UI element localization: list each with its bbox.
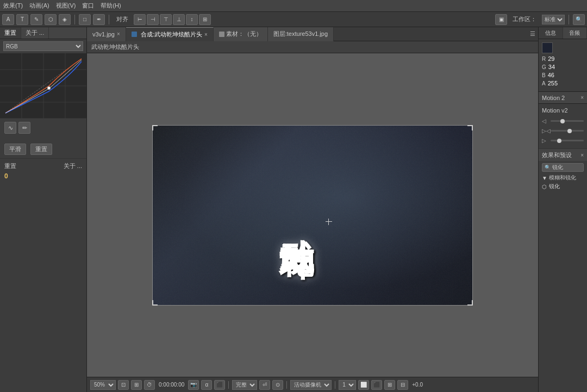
toolbar-sep-2 bbox=[109, 15, 109, 24]
effects-section: 效果和预设 × 🔍 锐化 ▼ 模糊和锐化 ⬡ 锐化 bbox=[539, 148, 587, 194]
channel-select[interactable]: RGB bbox=[3, 41, 83, 51]
toolbar-btn-3[interactable]: ✎ bbox=[30, 14, 42, 25]
tab-about[interactable]: 关于 ... bbox=[21, 27, 49, 39]
g-label: G bbox=[542, 64, 546, 70]
view-btn-4[interactable]: ⊞ bbox=[384, 380, 395, 390]
align-bottom[interactable]: ⊞ bbox=[199, 14, 211, 25]
r-label: R bbox=[542, 56, 546, 62]
menu-item-animation[interactable]: 动画(A) bbox=[29, 2, 49, 10]
view-btn-2[interactable]: ⬜ bbox=[358, 380, 369, 390]
effects-search[interactable]: 🔍 锐化 bbox=[542, 163, 584, 172]
cam-btn[interactable]: 📷 bbox=[188, 380, 199, 390]
pb-sep bbox=[228, 381, 229, 389]
view-btn-3[interactable]: ⬛ bbox=[371, 380, 382, 390]
toolbar-btn-1[interactable]: A bbox=[2, 14, 14, 25]
motion-close-btn[interactable]: × bbox=[580, 95, 584, 101]
corner-tr bbox=[467, 125, 473, 130]
toolbar-btn-pen[interactable]: ✒ bbox=[93, 14, 105, 25]
grid-btn[interactable]: ⊞ bbox=[131, 380, 142, 390]
slider-row-3: ▷ bbox=[542, 138, 584, 144]
quality-select[interactable]: 完整 bbox=[232, 380, 257, 390]
toolbar-sep-3 bbox=[569, 15, 569, 24]
b-label: B bbox=[542, 72, 546, 78]
layer-tab-label: 图层:texture53v1.jpg bbox=[273, 30, 328, 38]
align-label: 对齐 bbox=[113, 15, 132, 23]
left-bottom: 重置 关于 ... 0 bbox=[0, 158, 86, 183]
time-btn[interactable]: ⏱ bbox=[144, 380, 155, 390]
align-middle[interactable]: ↕ bbox=[186, 14, 198, 25]
reset-curve-btn[interactable]: 重置 bbox=[30, 144, 52, 155]
camera-select[interactable]: 活动摄像机 bbox=[290, 380, 332, 390]
preview-canvas: 武动乾坤 bbox=[152, 125, 473, 306]
motion-title: Motion 2 bbox=[542, 95, 565, 101]
toolbar-monitor[interactable]: ▣ bbox=[495, 14, 507, 25]
pb-sep3 bbox=[335, 381, 335, 389]
about-label-2[interactable]: 关于 ... bbox=[64, 162, 82, 170]
tab-file[interactable]: v3v1.jpg × bbox=[87, 27, 126, 41]
slider-thumb-2[interactable] bbox=[567, 129, 572, 133]
slider-track-1[interactable] bbox=[551, 120, 584, 122]
preview-cursor bbox=[326, 219, 332, 225]
align-group: ⊢ ⊣ ⊤ ⊥ ↕ ⊞ bbox=[134, 14, 211, 25]
comp-tab-close[interactable]: × bbox=[204, 32, 208, 38]
corner-tl bbox=[152, 125, 158, 130]
menu-item-view[interactable]: 视图(V) bbox=[56, 2, 76, 10]
align-right[interactable]: ⊤ bbox=[160, 14, 172, 25]
align-top[interactable]: ⊥ bbox=[173, 14, 185, 25]
collapse-icon: ▼ bbox=[542, 175, 547, 181]
curve-bezier-btn[interactable]: ✏ bbox=[18, 122, 30, 134]
curve-auto-btn[interactable]: ∿ bbox=[4, 122, 16, 134]
svg-point-7 bbox=[47, 86, 51, 90]
preview-bottom: 50% ⊡ ⊞ ⏱ 0:00:00:00 📷 α ⬛ 完整 ⏎ ⊙ 活动摄像机 … bbox=[87, 377, 538, 392]
color-btn[interactable]: ⬛ bbox=[214, 380, 225, 390]
slider-thumb-1[interactable] bbox=[560, 119, 565, 123]
info-tab-info[interactable]: 信息 bbox=[539, 27, 563, 39]
info-tab-audio[interactable]: 音频 bbox=[563, 27, 588, 39]
alpha-btn[interactable]: α bbox=[201, 380, 212, 390]
align-left[interactable]: ⊢ bbox=[134, 14, 146, 25]
smooth-btn[interactable]: 平滑 bbox=[4, 144, 26, 155]
curve-area bbox=[0, 53, 86, 119]
zoom-select[interactable]: 50% bbox=[90, 380, 116, 390]
snap-btn[interactable]: ⊡ bbox=[118, 380, 129, 390]
slider-icon-2: ▷◁ bbox=[542, 128, 548, 134]
align-center[interactable]: ⊣ bbox=[147, 14, 159, 25]
slider-row-2: ▷◁ bbox=[542, 128, 584, 134]
slider-track-2[interactable] bbox=[551, 130, 584, 132]
search-btn[interactable]: 🔍 bbox=[573, 14, 585, 25]
tab-material[interactable]: 素材：（无） bbox=[214, 27, 268, 41]
blur-item-label: 锐化 bbox=[549, 183, 560, 190]
tab-reset-left[interactable]: 重置 bbox=[0, 27, 21, 39]
menu-item-effect[interactable]: 效果(T) bbox=[3, 2, 23, 10]
toolbar-btn-2[interactable]: T bbox=[16, 14, 28, 25]
comp-tab-label: 合成:武动乾坤炫酷片头 bbox=[141, 30, 202, 39]
reset-label-2[interactable]: 重置 bbox=[4, 162, 16, 170]
file-tab-close[interactable]: × bbox=[117, 31, 120, 37]
tab-layer[interactable]: 图层:texture53v1.jpg bbox=[268, 27, 334, 41]
menu-item-window[interactable]: 窗口 bbox=[82, 2, 94, 10]
b-row: B 46 bbox=[542, 72, 584, 78]
view-btn-5[interactable]: ⊟ bbox=[397, 380, 408, 390]
slider-thumb-3[interactable] bbox=[557, 139, 561, 143]
center-tabs: v3v1.jpg × 合成:武动乾坤炫酷片头 × 素材：（无） 图层:textu… bbox=[87, 27, 538, 41]
pb-btn-a[interactable]: ⏎ bbox=[259, 380, 270, 390]
workspace-select[interactable]: 标准 bbox=[542, 15, 565, 24]
toolbar-btn-5[interactable]: ◈ bbox=[59, 14, 71, 25]
search-text: 锐化 bbox=[552, 164, 563, 171]
view-select[interactable]: 1 bbox=[339, 380, 356, 390]
menu-item-help[interactable]: 帮助(H) bbox=[101, 2, 121, 10]
tab-comp[interactable]: 合成:武动乾坤炫酷片头 × bbox=[126, 27, 214, 41]
pb-btn-b[interactable]: ⊙ bbox=[272, 380, 283, 390]
rgb-info: R 29 G 34 B 46 A 255 bbox=[539, 39, 587, 91]
toolbar-btn-rect[interactable]: □ bbox=[79, 14, 91, 25]
motion-content: Motion v2 ◁ ▷◁ ▷ bbox=[539, 104, 587, 148]
time-display: 0:00:00:00 bbox=[157, 382, 186, 388]
search-icon: 🔍 bbox=[545, 165, 551, 170]
tabs-menu-btn[interactable]: ☰ bbox=[527, 27, 538, 41]
sharpen-item[interactable]: ⬡ 锐化 bbox=[542, 182, 584, 191]
effects-close-btn[interactable]: × bbox=[580, 152, 584, 158]
pb-sep2 bbox=[286, 381, 287, 389]
toolbar-btn-4[interactable]: ⬡ bbox=[45, 14, 57, 25]
curve-graph bbox=[0, 53, 86, 119]
slider-track-3[interactable] bbox=[551, 140, 584, 141]
